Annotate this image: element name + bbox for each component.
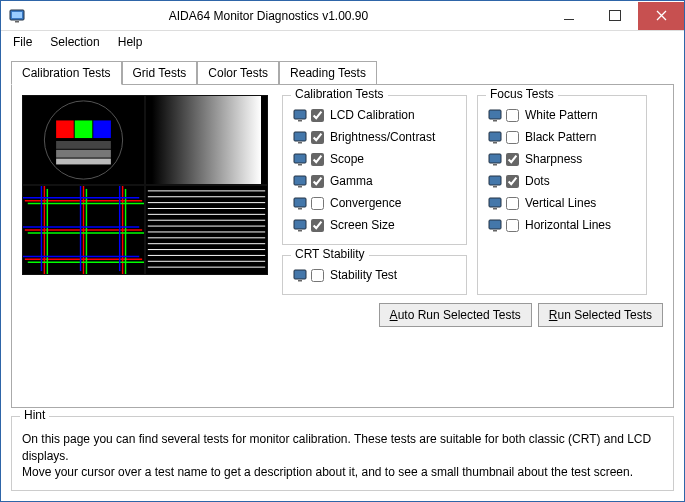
- label-white-pattern: White Pattern: [525, 108, 598, 122]
- svg-rect-62: [493, 142, 497, 144]
- button-row: Auto Run Selected Tests Run Selected Tes…: [22, 303, 663, 327]
- menu-file[interactable]: File: [5, 33, 40, 51]
- checkbox-sharpness[interactable]: [506, 153, 519, 166]
- label-sharpness: Sharpness: [525, 152, 582, 166]
- test-horizontal-lines: Horizontal Lines: [488, 214, 636, 236]
- label-brightness-contrast: Brightness/Contrast: [330, 130, 435, 144]
- thumb-calibration: [22, 95, 145, 185]
- preview-thumbnails: [22, 95, 268, 275]
- checkbox-black-pattern[interactable]: [506, 131, 519, 144]
- hint-line2: Move your cursor over a test name to get…: [22, 464, 663, 480]
- svg-rect-59: [489, 110, 501, 119]
- checkbox-white-pattern[interactable]: [506, 109, 519, 122]
- label-black-pattern: Black Pattern: [525, 130, 596, 144]
- svg-rect-5: [56, 120, 74, 138]
- auto-run-button[interactable]: Auto Run Selected Tests: [379, 303, 532, 327]
- monitor-icon: [488, 131, 502, 144]
- monitor-icon: [293, 131, 307, 144]
- svg-rect-64: [493, 164, 497, 166]
- test-vertical-lines: Vertical Lines: [488, 192, 636, 214]
- svg-rect-70: [493, 230, 497, 232]
- menu-help[interactable]: Help: [110, 33, 151, 51]
- checkbox-screen-size[interactable]: [311, 219, 324, 232]
- menu-selection[interactable]: Selection: [42, 33, 107, 51]
- tab-calibration[interactable]: Calibration Tests: [11, 61, 122, 85]
- monitor-icon: [293, 219, 307, 232]
- svg-rect-2: [15, 21, 19, 23]
- test-sharpness: Sharpness: [488, 148, 636, 170]
- label-lcd-calibration: LCD Calibration: [330, 108, 415, 122]
- monitor-icon: [293, 197, 307, 210]
- window-title: AIDA64 Monitor Diagnostics v1.00.90: [31, 9, 546, 23]
- group-crt-stability: CRT Stability Stability Test: [282, 255, 467, 295]
- label-convergence: Convergence: [330, 196, 401, 210]
- checkbox-lcd-calibration[interactable]: [311, 109, 324, 122]
- client-area: Calibration Tests Grid Tests Color Tests…: [1, 53, 684, 501]
- svg-rect-8: [56, 141, 111, 149]
- label-vertical-lines: Vertical Lines: [525, 196, 596, 210]
- svg-rect-47: [294, 132, 306, 141]
- window-controls: [546, 2, 684, 30]
- label-gamma: Gamma: [330, 174, 373, 188]
- checkbox-scope[interactable]: [311, 153, 324, 166]
- svg-rect-45: [294, 110, 306, 119]
- svg-rect-3: [25, 96, 142, 184]
- svg-rect-10: [56, 159, 111, 165]
- test-dots: Dots: [488, 170, 636, 192]
- tab-reading[interactable]: Reading Tests: [279, 61, 377, 84]
- test-gamma: Gamma: [293, 170, 456, 192]
- monitor-icon: [293, 153, 307, 166]
- menubar: File Selection Help: [1, 31, 684, 53]
- svg-rect-54: [298, 208, 302, 210]
- close-button[interactable]: [638, 2, 684, 30]
- checkbox-stability[interactable]: [311, 269, 324, 282]
- svg-rect-56: [298, 230, 302, 232]
- test-scope: Scope: [293, 148, 456, 170]
- svg-rect-30: [148, 186, 265, 274]
- checkbox-convergence[interactable]: [311, 197, 324, 210]
- svg-rect-6: [75, 120, 93, 138]
- svg-rect-60: [493, 120, 497, 122]
- svg-rect-1: [12, 12, 22, 18]
- tab-color[interactable]: Color Tests: [197, 61, 279, 84]
- tab-pane-calibration: Calibration Tests LCD Calibration Bright…: [11, 84, 674, 408]
- svg-rect-49: [294, 154, 306, 163]
- run-button[interactable]: Run Selected Tests: [538, 303, 663, 327]
- svg-rect-55: [294, 220, 306, 229]
- test-black-pattern: Black Pattern: [488, 126, 636, 148]
- thumb-convergence: [22, 185, 145, 275]
- svg-rect-52: [298, 186, 302, 188]
- app-icon: [9, 8, 25, 24]
- titlebar: AIDA64 Monitor Diagnostics v1.00.90: [1, 1, 684, 31]
- svg-rect-53: [294, 198, 306, 207]
- minimize-button[interactable]: [546, 2, 592, 30]
- svg-rect-7: [93, 120, 111, 138]
- svg-rect-66: [493, 186, 497, 188]
- test-stability: Stability Test: [293, 264, 456, 286]
- app-window: AIDA64 Monitor Diagnostics v1.00.90 File…: [0, 0, 685, 502]
- checkbox-gamma[interactable]: [311, 175, 324, 188]
- monitor-icon: [488, 197, 502, 210]
- tab-strip: Calibration Tests Grid Tests Color Tests…: [11, 61, 674, 84]
- monitor-icon: [293, 175, 307, 188]
- group-label: CRT Stability: [291, 247, 369, 261]
- svg-rect-57: [294, 270, 306, 279]
- checkbox-vertical-lines[interactable]: [506, 197, 519, 210]
- svg-rect-61: [489, 132, 501, 141]
- checkbox-horizontal-lines[interactable]: [506, 219, 519, 232]
- monitor-icon: [488, 219, 502, 232]
- group-focus-tests: Focus Tests White Pattern Black Pattern: [477, 95, 647, 295]
- svg-rect-63: [489, 154, 501, 163]
- checkbox-brightness-contrast[interactable]: [311, 131, 324, 144]
- thumb-lines: [145, 185, 268, 275]
- tab-grid[interactable]: Grid Tests: [122, 61, 198, 84]
- label-stability: Stability Test: [330, 268, 397, 282]
- svg-rect-67: [489, 198, 501, 207]
- hint-box: Hint On this page you can find several t…: [11, 416, 674, 491]
- checkbox-dots[interactable]: [506, 175, 519, 188]
- test-white-pattern: White Pattern: [488, 104, 636, 126]
- monitor-icon: [488, 175, 502, 188]
- test-brightness-contrast: Brightness/Contrast: [293, 126, 456, 148]
- maximize-button[interactable]: [592, 2, 638, 30]
- thumb-brightness: [145, 95, 268, 185]
